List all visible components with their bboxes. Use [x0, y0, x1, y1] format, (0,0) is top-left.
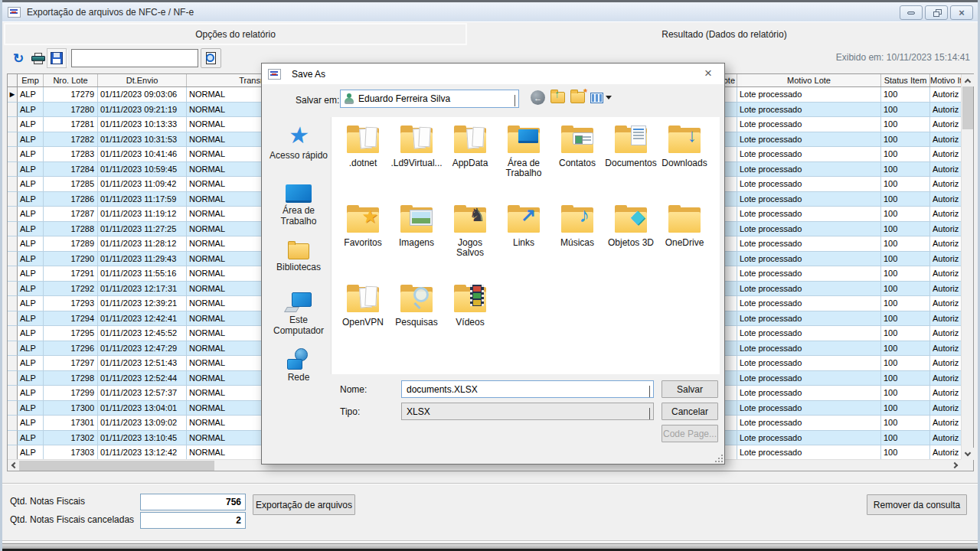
cell-status-item: 100	[881, 282, 930, 297]
back-button[interactable]: ←	[531, 90, 545, 105]
cell-motivo-lote: Lote processado	[737, 87, 881, 103]
cell-nro-lote: 17295	[44, 326, 98, 341]
folder-overlay-icon: ♞	[469, 204, 485, 226]
salvar-button[interactable]: Salvar	[662, 380, 718, 398]
vertical-scroll-thumb[interactable]	[962, 86, 973, 129]
sidebar-item-bibliotecas[interactable]: Bibliotecas	[268, 239, 329, 272]
current-row-indicator	[8, 386, 18, 401]
cell-motivo-lote: Lote processado	[737, 222, 881, 237]
folder-item[interactable]: OpenVPN	[336, 281, 390, 360]
cell-nro-lote: 17285	[44, 177, 98, 192]
header-dt-envio[interactable]: Dt.Envio	[98, 74, 187, 86]
folder-item[interactable]: Área de Trabalho	[497, 122, 550, 201]
cell-motivo-lote: Lote processado	[737, 371, 881, 386]
cancelar-button[interactable]: Cancelar	[662, 403, 718, 420]
folder-item[interactable]: ↓ Downloads	[658, 122, 711, 201]
cell-motivo-lote: Lote processado	[737, 296, 881, 311]
file-type-combobox[interactable]: XLSX	[401, 403, 654, 420]
cell-motivo-lote: Lote processado	[737, 445, 881, 460]
folder-item[interactable]: AppData	[443, 122, 497, 201]
cell-emp: ALP	[18, 192, 44, 207]
sidebar-item-rede[interactable]: Rede	[268, 348, 329, 383]
cell-motivo-lote: Lote processado	[737, 356, 881, 371]
folder-icon	[612, 125, 649, 155]
folder-item[interactable]: Documentos	[604, 122, 658, 201]
close-button[interactable]: ×	[950, 5, 973, 20]
header-motivo-item[interactable]: Motivo Item	[930, 74, 962, 86]
folder-item[interactable]: OneDrive	[658, 201, 711, 281]
folder-item[interactable]: ★ Favoritos	[336, 201, 390, 281]
vertical-scrollbar[interactable]	[961, 74, 973, 460]
resize-grip[interactable]	[715, 455, 723, 462]
header-emp[interactable]: Emp	[18, 74, 44, 86]
cell-motivo-item: Autoriz	[930, 236, 962, 252]
current-row-indicator	[8, 416, 18, 431]
cell-status-item: 100	[881, 162, 930, 178]
cell-motivo-lote: Lote processado	[737, 207, 881, 222]
sidebar-item-acesso-rapido[interactable]: ★ Acesso rápido	[268, 123, 329, 161]
scroll-right-button[interactable]	[950, 460, 962, 471]
folder-item[interactable]: .Ld9Virtual...	[390, 122, 443, 201]
exportacao-arquivos-button[interactable]: Exportação de arquivos	[253, 494, 355, 515]
dialog-close-button[interactable]: ×	[700, 65, 717, 82]
restore-button[interactable]	[925, 5, 948, 20]
preview-icon	[206, 52, 216, 64]
qtd-canceladas-label: Qtd. Notas Fiscais canceladas	[10, 514, 134, 525]
cell-motivo-lote: Lote processado	[737, 236, 881, 252]
current-row-indicator	[8, 252, 18, 267]
cell-status-item: 100	[881, 296, 930, 311]
file-name-value: documents.XLSX	[407, 384, 478, 395]
scroll-left-button[interactable]	[8, 460, 19, 471]
cell-status-item: 100	[881, 177, 930, 192]
filter-input[interactable]	[71, 49, 198, 67]
folder-item[interactable]: Imagens	[390, 201, 443, 281]
header-motivo-lote[interactable]: Motivo Lote	[737, 74, 881, 86]
current-row-indicator	[8, 326, 18, 341]
new-folder-button[interactable]: *	[570, 92, 585, 103]
file-name-combobox[interactable]: documents.XLSX	[401, 380, 654, 398]
cell-motivo-item: Autoriz	[930, 371, 962, 386]
header-nro-lote[interactable]: Nro. Lote	[44, 74, 98, 86]
cell-nro-lote: 17284	[44, 162, 98, 178]
cell-motivo-item: Autoriz	[930, 326, 962, 341]
folder-label: Vídeos	[456, 318, 484, 328]
scroll-down-button[interactable]	[962, 448, 974, 460]
save-in-combobox[interactable]: Eduardo Ferreira Silva	[340, 90, 519, 108]
cell-status-item: 100	[881, 132, 930, 148]
folder-item[interactable]: ♪ Músicas	[550, 201, 604, 281]
folder-item[interactable]: ♞ Jogos Salvos	[443, 201, 497, 281]
up-one-level-button[interactable]: ↑	[550, 92, 565, 103]
folder-overlay-icon	[360, 126, 377, 149]
cell-motivo-lote: Lote processado	[737, 401, 881, 416]
sidebar-item-area-de-trabalho[interactable]: Área de Trabalho	[268, 181, 329, 227]
folder-item[interactable]: Vídeos	[443, 281, 497, 360]
folder-item[interactable]: .dotnet	[336, 122, 390, 201]
cell-dt-envio: 01/11/2023 12:57:37	[98, 386, 187, 401]
view-menu-button[interactable]	[590, 93, 612, 103]
folder-item[interactable]: ◆ Objetos 3D	[604, 201, 658, 281]
folder-item[interactable]: Pesquisas	[390, 281, 443, 360]
folder-label: Links	[513, 238, 534, 248]
folder-label: Pesquisas	[395, 318, 437, 328]
cell-emp: ALP	[18, 87, 44, 103]
remover-consulta-button[interactable]: Remover da consulta	[867, 494, 967, 515]
minimize-button[interactable]	[900, 5, 923, 20]
cell-dt-envio: 01/11/2023 11:28:12	[98, 236, 187, 252]
folder-item[interactable]: ↗ Links	[497, 201, 550, 281]
print-button[interactable]	[28, 48, 48, 68]
horizontal-scroll-thumb[interactable]	[19, 461, 214, 471]
close-icon: ×	[959, 8, 965, 18]
cell-dt-envio: 01/11/2023 12:45:52	[98, 326, 187, 341]
sidebar-item-este-computador[interactable]: Este Computador	[268, 289, 329, 336]
scroll-up-button[interactable]	[962, 74, 974, 86]
save-button[interactable]	[47, 48, 67, 68]
cell-dt-envio: 01/11/2023 11:29:43	[98, 252, 187, 267]
qtd-notas-value: 756	[140, 494, 246, 510]
tab-opcoes-relatorio[interactable]: Opções do relatório	[4, 23, 467, 45]
chevron-right-icon	[952, 462, 958, 468]
refresh-button[interactable]: ↻	[8, 48, 28, 68]
header-status-item[interactable]: Status Item	[881, 74, 930, 86]
preview-button[interactable]	[201, 48, 221, 68]
tab-resultado[interactable]: Resultado (Dados do relatório)	[469, 23, 980, 45]
folder-item[interactable]: Contatos	[550, 122, 604, 201]
